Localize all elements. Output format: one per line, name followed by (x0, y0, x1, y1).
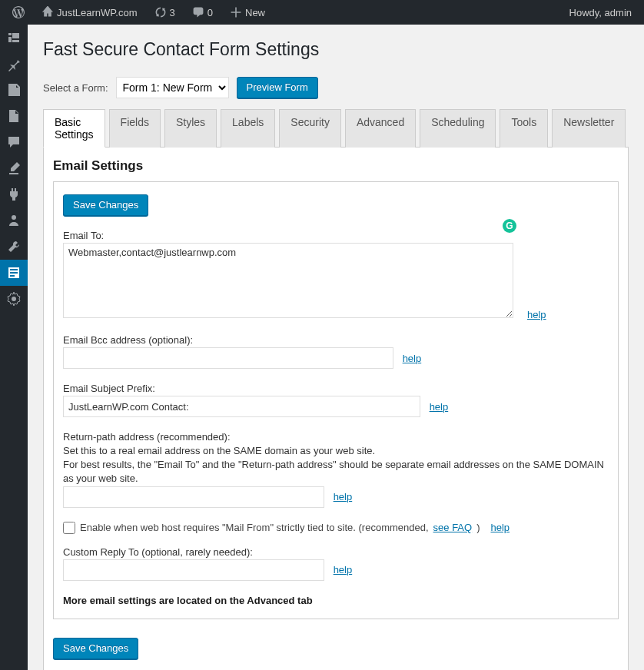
site-name-link[interactable]: JustLearnWP.com (35, 0, 144, 25)
page-title: Fast Secure Contact Form Settings (43, 32, 629, 63)
close-paren: ) (476, 522, 480, 533)
update-icon (154, 6, 167, 18)
email-to-textarea[interactable] (63, 243, 513, 318)
preview-form-button[interactable]: Preview Form (237, 77, 318, 98)
mail-from-checkbox[interactable] (63, 522, 75, 534)
return-path-block: Return-path address (recommended): Set t… (63, 431, 609, 508)
tab-basic-settings[interactable]: Basic Settings (43, 109, 105, 148)
tab-styles[interactable]: Styles (164, 109, 217, 148)
custom-reply-to-input[interactable] (63, 559, 324, 581)
email-to-label: Email To: (63, 230, 609, 241)
site-name-text: JustLearnWP.com (57, 7, 138, 18)
return-path-input[interactable] (63, 486, 324, 508)
tab-labels[interactable]: Labels (221, 109, 275, 148)
comments-link[interactable]: 0 (186, 0, 219, 25)
grammarly-icon: G (503, 219, 516, 233)
return-path-label: Return-path address (recommended): (63, 431, 609, 443)
settings-icon (6, 291, 22, 307)
updates-link[interactable]: 3 (148, 0, 181, 25)
tools-icon (6, 239, 22, 254)
brush-icon (6, 161, 22, 176)
form-select[interactable]: Form 1: New Form (116, 77, 229, 98)
mail-from-help-link[interactable]: help (491, 522, 510, 533)
return-path-help-link[interactable]: help (334, 491, 353, 502)
save-changes-top-button[interactable]: Save Changes (63, 194, 148, 216)
page-icon (6, 108, 22, 124)
tab-scheduling[interactable]: Scheduling (420, 109, 496, 148)
menu-users[interactable] (0, 207, 28, 234)
howdy-text: Howdy, admin (569, 7, 632, 18)
menu-comments[interactable] (0, 129, 28, 155)
subject-prefix-label: Email Subject Prefix: (63, 383, 609, 394)
admin-sidebar (0, 25, 28, 670)
tab-newsletter[interactable]: Newsletter (552, 109, 626, 148)
select-form-label: Select a Form: (43, 82, 108, 94)
section-heading: Email Settings (53, 158, 619, 174)
tab-advanced[interactable]: Advanced (345, 109, 416, 148)
menu-dashboard[interactable] (0, 25, 28, 51)
comments-count: 0 (207, 7, 213, 18)
dashboard-icon (6, 30, 22, 45)
tab-fields[interactable]: Fields (109, 109, 161, 148)
see-faq-link[interactable]: see FAQ (433, 522, 473, 533)
admin-bar: JustLearnWP.com 3 0 New Howdy, admin (0, 0, 644, 25)
plus-icon (230, 6, 242, 18)
custom-reply-to-label: Custom Reply To (optional, rarely needed… (63, 546, 609, 558)
updates-count: 3 (170, 7, 175, 18)
menu-appearance[interactable] (0, 155, 28, 181)
pin-icon (6, 56, 22, 71)
menu-plugins[interactable] (0, 181, 28, 207)
content-area: Fast Secure Contact Form Settings Select… (28, 25, 644, 670)
menu-posts[interactable] (0, 51, 28, 77)
save-changes-bottom-button[interactable]: Save Changes (53, 638, 138, 659)
custom-reply-to-help-link[interactable]: help (334, 564, 353, 575)
media-icon (6, 82, 22, 98)
subject-prefix-help-link[interactable]: help (430, 401, 449, 413)
comment-icon (192, 6, 204, 18)
new-text: New (245, 7, 265, 18)
return-path-note2: For best results, the "Email To" and the… (63, 458, 609, 486)
comment-icon (6, 134, 22, 150)
bottom-save-row: Save Changes (53, 638, 619, 659)
user-icon (6, 213, 22, 228)
email-bcc-input[interactable] (63, 347, 393, 369)
wordpress-icon (12, 6, 25, 18)
form-icon (6, 265, 22, 280)
menu-pages[interactable] (0, 103, 28, 129)
tab-tools[interactable]: Tools (500, 109, 548, 148)
menu-settings[interactable] (0, 286, 28, 312)
page-wrap: Fast Secure Contact Form Settings Select… (28, 25, 644, 670)
tab-panel: Email Settings Save Changes G Email To: … (43, 148, 629, 670)
email-bcc-block: Email Bcc address (optional): help (63, 334, 609, 369)
home-icon (41, 6, 54, 18)
menu-current-plugin[interactable] (0, 260, 28, 286)
email-to-block: G Email To: help (63, 230, 609, 320)
subject-prefix-block: Email Subject Prefix: help (63, 383, 609, 417)
new-link[interactable]: New (224, 0, 271, 25)
howdy-link[interactable]: Howdy, admin (569, 7, 638, 18)
email-bcc-label: Email Bcc address (optional): (63, 334, 609, 346)
advanced-note: More email settings are located on the A… (63, 595, 609, 606)
svg-point-0 (12, 297, 16, 301)
admin-bar-left: JustLearnWP.com 3 0 New (6, 0, 271, 25)
wp-logo[interactable] (6, 0, 31, 25)
email-to-help-link[interactable]: help (527, 309, 546, 320)
menu-tools[interactable] (0, 234, 28, 260)
subject-prefix-input[interactable] (63, 396, 420, 417)
tab-security[interactable]: Security (279, 109, 341, 148)
custom-reply-to-block: Custom Reply To (optional, rarely needed… (63, 546, 609, 581)
menu-media[interactable] (0, 77, 28, 103)
form-select-row: Select a Form: Form 1: New Form Preview … (43, 77, 629, 98)
tabs: Basic Settings Fields Styles Labels Secu… (43, 109, 629, 148)
settings-box: Save Changes G Email To: help Email Bcc … (53, 181, 619, 619)
return-path-note1: Set this to a real email address on the … (63, 444, 609, 458)
plugin-icon (6, 187, 22, 202)
email-bcc-help-link[interactable]: help (403, 353, 422, 364)
mail-from-text: Enable when web host requires "Mail From… (80, 522, 429, 533)
mail-from-checkbox-row: Enable when web host requires "Mail From… (63, 522, 609, 534)
